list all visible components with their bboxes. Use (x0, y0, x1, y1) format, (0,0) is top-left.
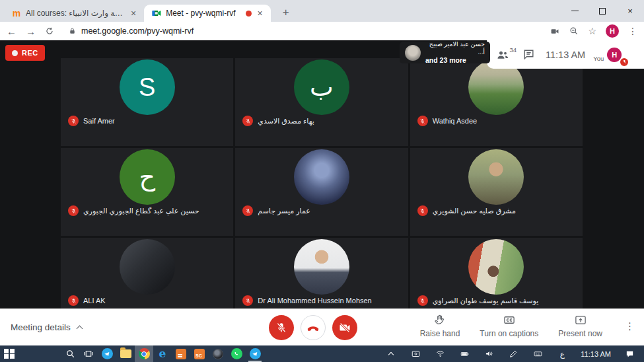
tray-expand-icon[interactable] (382, 345, 400, 362)
chat-button[interactable] (522, 48, 535, 61)
browser-menu-icon[interactable]: ⋮ (628, 26, 637, 36)
start-button[interactable] (0, 345, 18, 362)
edge-icon[interactable]: e (153, 345, 172, 362)
participant-name: Wathiq Asdee (433, 117, 477, 125)
screen-recorder-icon[interactable]: SC (190, 345, 209, 362)
reload-button[interactable] (45, 26, 54, 36)
tab-moodle-courses[interactable]: m All courses: جامعة وارث الانبياء × (4, 5, 144, 22)
self-mic-muted-icon (620, 58, 628, 66)
recording-badge: REC (5, 45, 45, 61)
self-view-tile[interactable]: You H (593, 48, 622, 62)
participant-tile[interactable]: ALI AK (61, 238, 233, 308)
participant-name: Dr Ali Mohammed Hussein Mohsen (258, 297, 371, 305)
close-window-button[interactable]: × (616, 0, 644, 22)
participant-tile[interactable]: Dr Ali Mohammed Hussein Mohsen (235, 238, 408, 308)
tab-recording-icon (246, 11, 252, 17)
wifi-icon[interactable] (431, 345, 449, 362)
captions-button[interactable]: Turn on captions (480, 314, 538, 338)
participant-tile[interactable]: ب بهاء مصدق الاسدي (235, 58, 408, 146)
you-label: You (593, 55, 604, 62)
browser-tab-strip: m All courses: جامعة وارث الانبياء × Mee… (0, 0, 644, 22)
language-indicator[interactable]: ع (553, 345, 571, 362)
your-phone-icon[interactable] (406, 345, 425, 362)
toast-participant-name: حسن عبد الامير صبيح أ... (425, 40, 485, 56)
participant-label: Saif Amer (68, 116, 115, 126)
bookmark-star-icon[interactable]: ☆ (588, 26, 596, 36)
tab-title: All courses: جامعة وارث الانبياء (26, 9, 125, 18)
whatsapp-icon[interactable] (227, 345, 246, 362)
present-now-label: Present now (558, 329, 602, 338)
present-now-button[interactable]: Present now (558, 314, 602, 338)
camera-lens-icon[interactable] (209, 345, 227, 362)
taskbar-search-icon[interactable] (61, 345, 79, 362)
meeting-details-button[interactable]: Meeting details (11, 322, 82, 332)
participant-tile[interactable]: يوسف قاسم يوسف طوان الصراوي (410, 238, 583, 308)
meet-stage: REC حسن عبد الامير صبيح أ... and 23 more… (0, 40, 644, 308)
system-tray: ع 11:13 AM (382, 345, 644, 362)
call-controls (269, 315, 357, 340)
file-explorer-icon[interactable] (116, 345, 135, 362)
zoom-icon[interactable] (569, 26, 579, 36)
task-view-icon[interactable] (79, 345, 98, 362)
address-bar[interactable]: meet.google.com/pvy-wqmi-rvf (69, 26, 540, 36)
taskbar-clock[interactable]: 11:13 AM (577, 345, 614, 362)
close-tab-icon[interactable]: × (256, 9, 264, 18)
participants-button[interactable]: 34 (496, 48, 509, 61)
participant-tile[interactable]: ح حسين علي عبد گطاع الجبوري الجبوري (61, 148, 233, 236)
self-avatar: H (607, 48, 622, 62)
camera-in-use-icon[interactable] (550, 27, 560, 36)
recording-label: REC (22, 49, 38, 57)
back-button[interactable]: ← (7, 26, 17, 37)
forward-button[interactable]: → (26, 26, 36, 37)
lock-icon (69, 27, 76, 35)
participant-label: Dr Ali Mohammed Hussein Mohsen (242, 295, 371, 306)
toast-more-label: and 23 more (425, 56, 485, 65)
participant-label: Wathiq Asdee (417, 116, 477, 126)
volume-icon[interactable] (480, 345, 498, 362)
mic-muted-icon (417, 116, 428, 126)
touch-keyboard-icon[interactable] (528, 345, 547, 362)
mute-mic-button[interactable] (269, 315, 294, 340)
footer-actions: Raise hand Turn on captions Present now … (420, 314, 637, 338)
ink-workspace-icon[interactable] (504, 345, 522, 362)
orange-app-icon[interactable] (172, 345, 190, 362)
meeting-clock: 11:13 AM (546, 50, 585, 60)
camera-off-button[interactable] (332, 315, 357, 340)
taskbar-apps: e SC (0, 345, 264, 362)
raise-hand-label: Raise hand (420, 329, 460, 338)
action-center-icon[interactable] (620, 345, 639, 362)
participant-tile[interactable]: Wathiq Asdee (410, 58, 583, 146)
battery-icon[interactable] (455, 345, 474, 362)
raise-hand-button[interactable]: Raise hand (420, 314, 460, 338)
close-tab-icon[interactable]: × (129, 9, 137, 18)
browser-profile-avatar[interactable]: H (606, 24, 619, 38)
participant-label: مشرق صليه حسن الشويري (417, 205, 516, 216)
participant-grid: S Saif Amer ب (61, 58, 583, 308)
new-tab-button[interactable]: + (277, 6, 295, 19)
participant-avatar (294, 149, 349, 205)
telegram-icon[interactable] (98, 345, 116, 362)
participant-tile[interactable]: عمار ميسر جاسم (235, 148, 408, 236)
meet-top-bar: 34 11:13 AM You H (487, 40, 644, 69)
browser-toolbar: ← → meet.google.com/pvy-wqmi-rvf ☆ H ⋮ (0, 22, 644, 40)
participant-avatar (120, 239, 175, 295)
participant-tile[interactable]: S Saif Amer (61, 58, 233, 146)
telegram-desktop-icon[interactable] (246, 345, 264, 362)
more-options-icon[interactable]: ⋮ (622, 320, 637, 332)
mic-muted-icon (68, 116, 79, 126)
participant-tile[interactable]: مشرق صليه حسن الشويري (410, 148, 583, 236)
participant-avatar (468, 239, 524, 295)
recording-dot-icon (12, 50, 18, 56)
maximize-button[interactable] (589, 0, 616, 22)
tab-meet[interactable]: Meet - pvy-wqmi-rvf × (144, 5, 271, 22)
minimize-button[interactable] (561, 0, 589, 22)
captions-label: Turn on captions (480, 329, 538, 338)
participant-avatar: ح (120, 149, 175, 205)
participant-name: بهاء مصدق الاسدي (258, 117, 314, 126)
leave-call-button[interactable] (301, 315, 326, 340)
participant-label: حسين علي عبد گطاع الجبوري الجبوري (68, 205, 199, 216)
windows-logo-icon (4, 349, 15, 359)
toolbar-actions: ☆ H ⋮ (550, 24, 637, 38)
chrome-icon[interactable] (135, 345, 153, 362)
participant-avatar (294, 239, 349, 295)
